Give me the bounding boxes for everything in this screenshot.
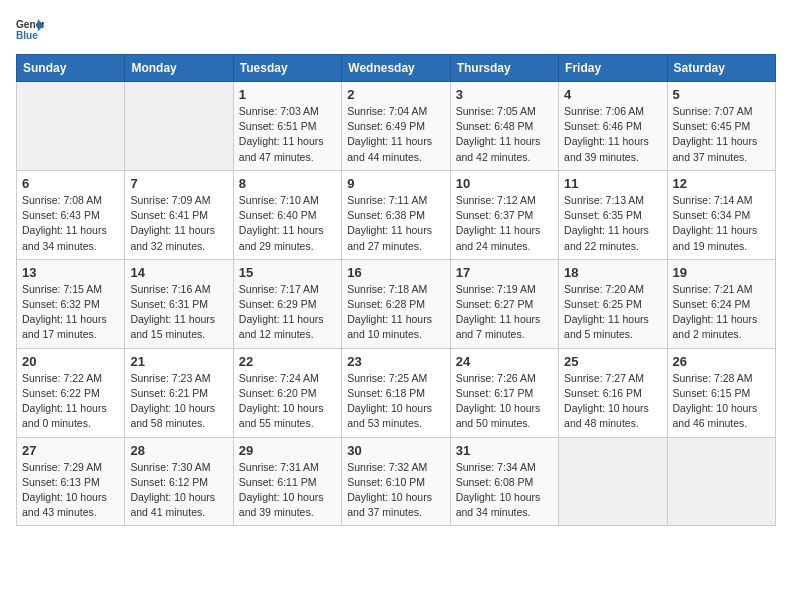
week-row-4: 20Sunrise: 7:22 AMSunset: 6:22 PMDayligh… [17,348,776,437]
calendar-cell: 3Sunrise: 7:05 AMSunset: 6:48 PMDaylight… [450,82,558,171]
calendar-cell [17,82,125,171]
calendar-cell: 26Sunrise: 7:28 AMSunset: 6:15 PMDayligh… [667,348,775,437]
week-row-1: 1Sunrise: 7:03 AMSunset: 6:51 PMDaylight… [17,82,776,171]
day-info: Sunrise: 7:11 AMSunset: 6:38 PMDaylight:… [347,194,432,252]
calendar-cell: 16Sunrise: 7:18 AMSunset: 6:28 PMDayligh… [342,259,450,348]
day-header-sunday: Sunday [17,55,125,82]
day-info: Sunrise: 7:28 AMSunset: 6:15 PMDaylight:… [673,372,758,430]
calendar-cell: 9Sunrise: 7:11 AMSunset: 6:38 PMDaylight… [342,170,450,259]
day-number: 21 [130,354,227,369]
calendar-cell: 19Sunrise: 7:21 AMSunset: 6:24 PMDayligh… [667,259,775,348]
logo-icon: General Blue [16,16,44,44]
day-header-friday: Friday [559,55,667,82]
day-info: Sunrise: 7:04 AMSunset: 6:49 PMDaylight:… [347,105,432,163]
day-number: 16 [347,265,444,280]
day-header-saturday: Saturday [667,55,775,82]
day-info: Sunrise: 7:20 AMSunset: 6:25 PMDaylight:… [564,283,649,341]
day-number: 11 [564,176,661,191]
day-number: 9 [347,176,444,191]
day-info: Sunrise: 7:25 AMSunset: 6:18 PMDaylight:… [347,372,432,430]
calendar-cell: 29Sunrise: 7:31 AMSunset: 6:11 PMDayligh… [233,437,341,526]
calendar-cell [667,437,775,526]
calendar-cell: 31Sunrise: 7:34 AMSunset: 6:08 PMDayligh… [450,437,558,526]
day-info: Sunrise: 7:21 AMSunset: 6:24 PMDaylight:… [673,283,758,341]
logo: General Blue [16,16,48,44]
calendar-cell: 10Sunrise: 7:12 AMSunset: 6:37 PMDayligh… [450,170,558,259]
calendar-cell: 22Sunrise: 7:24 AMSunset: 6:20 PMDayligh… [233,348,341,437]
day-number: 26 [673,354,770,369]
day-number: 4 [564,87,661,102]
day-header-thursday: Thursday [450,55,558,82]
day-info: Sunrise: 7:03 AMSunset: 6:51 PMDaylight:… [239,105,324,163]
day-number: 23 [347,354,444,369]
day-number: 13 [22,265,119,280]
day-number: 28 [130,443,227,458]
calendar-cell: 25Sunrise: 7:27 AMSunset: 6:16 PMDayligh… [559,348,667,437]
calendar-cell: 4Sunrise: 7:06 AMSunset: 6:46 PMDaylight… [559,82,667,171]
day-number: 22 [239,354,336,369]
day-info: Sunrise: 7:22 AMSunset: 6:22 PMDaylight:… [22,372,107,430]
day-number: 19 [673,265,770,280]
calendar-cell: 1Sunrise: 7:03 AMSunset: 6:51 PMDaylight… [233,82,341,171]
day-info: Sunrise: 7:14 AMSunset: 6:34 PMDaylight:… [673,194,758,252]
day-header-tuesday: Tuesday [233,55,341,82]
day-info: Sunrise: 7:12 AMSunset: 6:37 PMDaylight:… [456,194,541,252]
calendar-cell: 17Sunrise: 7:19 AMSunset: 6:27 PMDayligh… [450,259,558,348]
day-number: 31 [456,443,553,458]
day-number: 5 [673,87,770,102]
day-number: 1 [239,87,336,102]
calendar-cell: 20Sunrise: 7:22 AMSunset: 6:22 PMDayligh… [17,348,125,437]
day-number: 24 [456,354,553,369]
calendar-cell: 18Sunrise: 7:20 AMSunset: 6:25 PMDayligh… [559,259,667,348]
day-number: 29 [239,443,336,458]
calendar-cell: 8Sunrise: 7:10 AMSunset: 6:40 PMDaylight… [233,170,341,259]
day-info: Sunrise: 7:30 AMSunset: 6:12 PMDaylight:… [130,461,215,519]
day-header-wednesday: Wednesday [342,55,450,82]
day-number: 12 [673,176,770,191]
header: General Blue [16,16,776,44]
calendar-table: SundayMondayTuesdayWednesdayThursdayFrid… [16,54,776,526]
calendar-cell: 7Sunrise: 7:09 AMSunset: 6:41 PMDaylight… [125,170,233,259]
calendar-cell: 15Sunrise: 7:17 AMSunset: 6:29 PMDayligh… [233,259,341,348]
day-number: 20 [22,354,119,369]
day-number: 8 [239,176,336,191]
calendar-cell: 11Sunrise: 7:13 AMSunset: 6:35 PMDayligh… [559,170,667,259]
calendar-cell: 6Sunrise: 7:08 AMSunset: 6:43 PMDaylight… [17,170,125,259]
day-info: Sunrise: 7:18 AMSunset: 6:28 PMDaylight:… [347,283,432,341]
calendar-cell: 24Sunrise: 7:26 AMSunset: 6:17 PMDayligh… [450,348,558,437]
calendar-cell: 13Sunrise: 7:15 AMSunset: 6:32 PMDayligh… [17,259,125,348]
calendar-cell: 27Sunrise: 7:29 AMSunset: 6:13 PMDayligh… [17,437,125,526]
calendar-cell: 28Sunrise: 7:30 AMSunset: 6:12 PMDayligh… [125,437,233,526]
day-info: Sunrise: 7:06 AMSunset: 6:46 PMDaylight:… [564,105,649,163]
day-number: 15 [239,265,336,280]
day-info: Sunrise: 7:23 AMSunset: 6:21 PMDaylight:… [130,372,215,430]
day-number: 27 [22,443,119,458]
day-header-monday: Monday [125,55,233,82]
day-number: 3 [456,87,553,102]
week-row-5: 27Sunrise: 7:29 AMSunset: 6:13 PMDayligh… [17,437,776,526]
calendar-cell: 5Sunrise: 7:07 AMSunset: 6:45 PMDaylight… [667,82,775,171]
day-number: 25 [564,354,661,369]
day-info: Sunrise: 7:16 AMSunset: 6:31 PMDaylight:… [130,283,215,341]
calendar-cell: 23Sunrise: 7:25 AMSunset: 6:18 PMDayligh… [342,348,450,437]
svg-text:Blue: Blue [16,30,38,41]
day-info: Sunrise: 7:13 AMSunset: 6:35 PMDaylight:… [564,194,649,252]
calendar-cell: 12Sunrise: 7:14 AMSunset: 6:34 PMDayligh… [667,170,775,259]
week-row-3: 13Sunrise: 7:15 AMSunset: 6:32 PMDayligh… [17,259,776,348]
week-row-2: 6Sunrise: 7:08 AMSunset: 6:43 PMDaylight… [17,170,776,259]
day-info: Sunrise: 7:32 AMSunset: 6:10 PMDaylight:… [347,461,432,519]
day-info: Sunrise: 7:05 AMSunset: 6:48 PMDaylight:… [456,105,541,163]
day-info: Sunrise: 7:09 AMSunset: 6:41 PMDaylight:… [130,194,215,252]
day-info: Sunrise: 7:15 AMSunset: 6:32 PMDaylight:… [22,283,107,341]
calendar-header-row: SundayMondayTuesdayWednesdayThursdayFrid… [17,55,776,82]
calendar-cell: 21Sunrise: 7:23 AMSunset: 6:21 PMDayligh… [125,348,233,437]
day-info: Sunrise: 7:27 AMSunset: 6:16 PMDaylight:… [564,372,649,430]
day-number: 14 [130,265,227,280]
calendar-cell: 30Sunrise: 7:32 AMSunset: 6:10 PMDayligh… [342,437,450,526]
calendar-cell: 14Sunrise: 7:16 AMSunset: 6:31 PMDayligh… [125,259,233,348]
day-info: Sunrise: 7:34 AMSunset: 6:08 PMDaylight:… [456,461,541,519]
day-info: Sunrise: 7:10 AMSunset: 6:40 PMDaylight:… [239,194,324,252]
day-info: Sunrise: 7:26 AMSunset: 6:17 PMDaylight:… [456,372,541,430]
day-number: 10 [456,176,553,191]
calendar-cell [125,82,233,171]
